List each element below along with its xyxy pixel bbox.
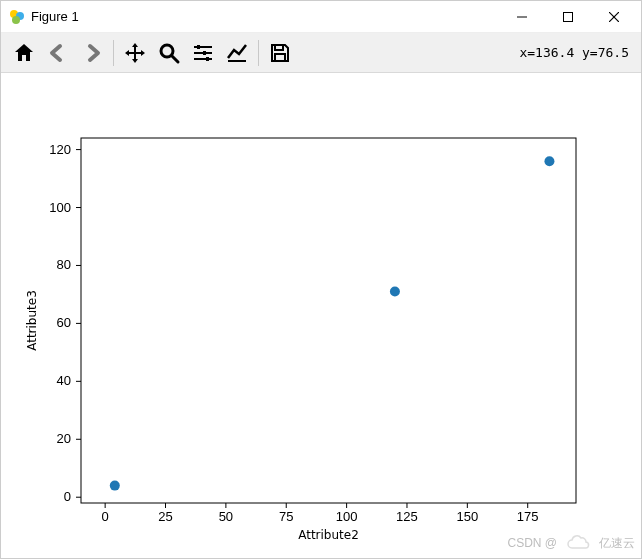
minimize-button[interactable] (499, 1, 545, 33)
svg-rect-12 (197, 45, 200, 49)
nav-toolbar: x=136.4 y=76.5 (1, 33, 641, 73)
toolbar-separator (113, 40, 114, 66)
y-tick-label: 0 (64, 489, 71, 504)
cursor-coordinates: x=136.4 y=76.5 (519, 45, 635, 60)
home-icon[interactable] (7, 36, 41, 70)
x-tick-label: 75 (279, 509, 293, 524)
y-tick-label: 120 (49, 142, 71, 157)
y-tick-label: 20 (57, 431, 71, 446)
svg-rect-13 (203, 51, 206, 55)
watermark-left: CSDN @ (507, 536, 557, 550)
y-tick-label: 60 (57, 315, 71, 330)
back-icon[interactable] (41, 36, 75, 70)
window-title: Figure 1 (31, 9, 499, 24)
app-icon (9, 9, 25, 25)
axes-icon[interactable] (220, 36, 254, 70)
x-axis-label: Attribute2 (298, 528, 359, 542)
x-tick-label: 50 (219, 509, 233, 524)
x-tick-label: 175 (517, 509, 539, 524)
watermark-right: 亿速云 (599, 535, 635, 552)
close-button[interactable] (591, 1, 637, 33)
svg-rect-14 (206, 57, 209, 61)
svg-rect-4 (564, 12, 573, 21)
save-icon[interactable] (263, 36, 297, 70)
maximize-button[interactable] (545, 1, 591, 33)
forward-icon[interactable] (75, 36, 109, 70)
pan-icon[interactable] (118, 36, 152, 70)
window-titlebar: Figure 1 (1, 1, 641, 33)
y-tick-label: 100 (49, 200, 71, 215)
x-tick-label: 100 (336, 509, 358, 524)
watermark: CSDN @ 亿速云 (507, 534, 635, 552)
svg-line-8 (172, 56, 178, 62)
svg-rect-17 (275, 54, 285, 61)
cloud-icon (565, 534, 591, 552)
svg-point-2 (12, 16, 20, 24)
x-tick-label: 25 (158, 509, 172, 524)
zoom-icon[interactable] (152, 36, 186, 70)
data-point (544, 156, 554, 166)
plot-area[interactable]: 0255075100125150175020406080100120Attrib… (1, 73, 641, 558)
subplots-icon[interactable] (186, 36, 220, 70)
axes-frame (81, 138, 576, 503)
data-point (110, 481, 120, 491)
x-tick-label: 0 (102, 509, 109, 524)
x-tick-label: 125 (396, 509, 418, 524)
y-axis-label: Attribute3 (25, 290, 39, 351)
data-point (390, 287, 400, 297)
y-tick-label: 80 (57, 257, 71, 272)
y-tick-label: 40 (57, 373, 71, 388)
toolbar-separator (258, 40, 259, 66)
x-tick-label: 150 (456, 509, 478, 524)
svg-rect-16 (275, 45, 283, 50)
